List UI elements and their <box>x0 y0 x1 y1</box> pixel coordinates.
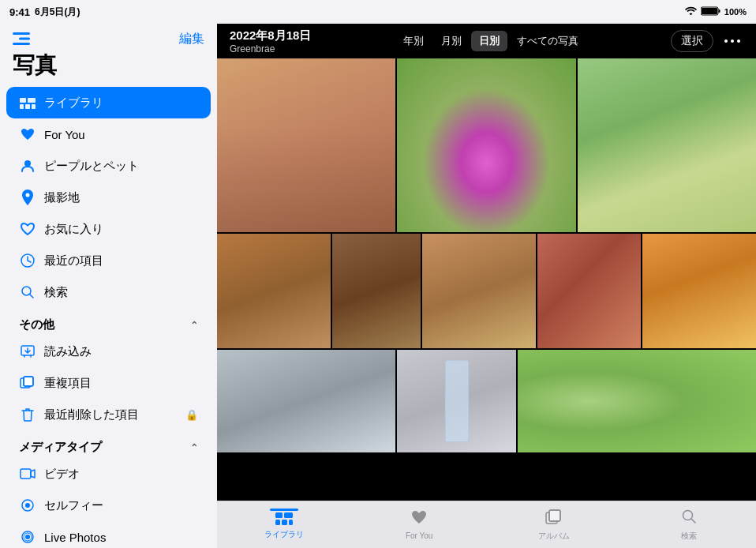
sidebar-item-places[interactable]: 撮影地 <box>6 182 211 213</box>
tab-albums-icon <box>545 509 563 528</box>
view-day-button[interactable]: 日別 <box>471 31 507 51</box>
tab-for-you-label: For You <box>406 531 432 540</box>
svg-rect-36 <box>549 510 560 521</box>
sidebar-header: 編集 <box>0 24 217 51</box>
section-media-type-label: メディアタイプ <box>19 440 102 455</box>
photo-cell-2-3[interactable] <box>422 234 536 348</box>
sidebar-item-recents-label: 最近の項目 <box>44 253 198 268</box>
sidebar-item-recently-deleted[interactable]: 最近削除した項目 🔒 <box>6 399 211 430</box>
sidebar-item-live-photos-label: Live Photos <box>44 531 198 544</box>
selfie-icon <box>19 497 36 514</box>
select-button[interactable]: 選択 <box>671 30 713 52</box>
tab-albums[interactable]: アルバム <box>487 509 622 542</box>
library-icon <box>19 94 36 111</box>
places-icon <box>19 189 36 206</box>
photo-cell-3-3[interactable] <box>518 350 756 452</box>
svg-rect-33 <box>282 520 287 525</box>
svg-point-29 <box>737 39 740 43</box>
photo-grid <box>217 58 756 501</box>
tab-search-label: 検索 <box>681 531 697 542</box>
svg-rect-7 <box>28 98 36 103</box>
status-bar: 9:41 6月5日(月) 100% <box>0 0 756 24</box>
svg-point-23 <box>25 535 30 539</box>
sidebar-item-import[interactable]: 読み込み <box>6 336 211 367</box>
photo-cell-2-1[interactable] <box>217 234 331 348</box>
toolbar-right: 選択 <box>671 30 743 52</box>
status-time: 9:41 <box>9 6 30 18</box>
sidebar-item-video[interactable]: ビデオ <box>6 458 211 490</box>
view-month-button[interactable]: 月別 <box>433 31 470 51</box>
tab-albums-label: アルバム <box>538 531 570 542</box>
photo-cell-3-2[interactable] <box>397 350 516 452</box>
sidebar-item-duplicates-label: 重複項目 <box>44 376 198 391</box>
sidebar-item-places-label: 撮影地 <box>44 190 198 205</box>
sidebar-edit-button[interactable]: 編集 <box>179 31 204 47</box>
sidebar-item-recents[interactable]: 最近の項目 <box>6 245 211 276</box>
tab-library[interactable]: ライブラリ <box>217 510 352 540</box>
photo-cell-main-portrait[interactable] <box>578 58 756 232</box>
svg-rect-6 <box>20 98 26 103</box>
tab-for-you-icon <box>410 509 428 529</box>
svg-rect-9 <box>25 104 30 109</box>
top-toolbar: 2022年8月18日 Greenbrae 年別 月別 日別 すべての写真 選択 <box>217 24 756 58</box>
tab-library-icon <box>275 511 293 529</box>
sidebar-item-search-label: 検索 <box>44 285 198 300</box>
tab-for-you[interactable]: For You <box>352 509 487 540</box>
svg-rect-10 <box>32 104 36 109</box>
tab-library-label: ライブラリ <box>264 529 304 540</box>
trash-icon <box>19 406 36 423</box>
sidebar-item-library[interactable]: ライブラリ <box>6 87 211 118</box>
sidebar-toggle-button[interactable] <box>13 30 35 47</box>
sidebar-item-favorites[interactable]: お気に入り <box>6 213 211 245</box>
photo-date: 2022年8月18日 <box>230 28 311 43</box>
view-year-button[interactable]: 年別 <box>395 31 432 51</box>
sidebar-item-for-you[interactable]: For You <box>6 118 211 150</box>
view-controls: 年別 月別 日別 すべての写真 <box>395 31 586 51</box>
section-header-others[interactable]: その他 ⌃ <box>0 308 217 336</box>
photo-cell-person[interactable] <box>217 58 395 232</box>
svg-point-27 <box>724 39 728 43</box>
more-button[interactable] <box>721 30 743 52</box>
view-all-button[interactable]: すべての写真 <box>509 31 586 51</box>
import-icon <box>19 343 36 360</box>
photo-location: Greenbrae <box>230 43 311 54</box>
tab-search-icon <box>681 509 697 528</box>
photo-cell-2-2[interactable] <box>332 234 420 348</box>
sidebar-title: 写真 <box>0 51 217 87</box>
sidebar-item-selfie[interactable]: セルフィー <box>6 490 211 521</box>
section-others-label: その他 <box>19 317 54 332</box>
svg-rect-8 <box>20 104 24 109</box>
date-location: 2022年8月18日 Greenbrae <box>230 28 311 54</box>
sidebar-item-favorites-label: お気に入り <box>44 222 198 237</box>
photo-cell-2-4[interactable] <box>537 234 641 348</box>
main-content: 2022年8月18日 Greenbrae 年別 月別 日別 すべての写真 選択 <box>217 24 756 548</box>
photo-cell-3-1[interactable] <box>217 350 395 452</box>
photo-cell-flower[interactable] <box>397 58 575 232</box>
battery-label: 100% <box>724 7 747 17</box>
sidebar-item-search[interactable]: 検索 <box>6 276 211 308</box>
svg-rect-17 <box>24 377 33 386</box>
tab-search[interactable]: 検索 <box>621 509 756 542</box>
sidebar-item-recently-deleted-label: 最近削除した項目 <box>44 407 178 422</box>
sidebar-item-people-label: ピープルとペット <box>44 159 198 174</box>
svg-rect-2 <box>718 9 720 13</box>
sidebar-item-people-pets[interactable]: ピープルとペット <box>6 150 211 182</box>
sidebar-item-for-you-label: For You <box>44 128 198 141</box>
section-header-media-type[interactable]: メディアタイプ ⌃ <box>0 430 217 458</box>
sidebar-item-duplicates[interactable]: 重複項目 <box>6 367 211 399</box>
photo-cell-2-5[interactable] <box>642 234 756 348</box>
svg-point-12 <box>26 193 30 197</box>
search-sidebar-icon <box>19 283 36 301</box>
svg-rect-32 <box>275 520 280 525</box>
sidebar-item-live-photos[interactable]: Live Photos <box>6 521 211 548</box>
favorites-icon <box>19 220 36 238</box>
photo-row-3 <box>217 350 756 452</box>
svg-rect-1 <box>702 8 717 14</box>
app-body: 編集 写真 ライブラリ <box>0 24 756 548</box>
status-right: 100% <box>685 6 747 18</box>
chevron-down-icon-2: ⌃ <box>190 442 198 453</box>
svg-point-21 <box>25 503 30 508</box>
sidebar-item-library-label: ライブラリ <box>44 96 198 111</box>
svg-rect-30 <box>275 512 283 518</box>
duplicates-icon <box>19 374 36 392</box>
